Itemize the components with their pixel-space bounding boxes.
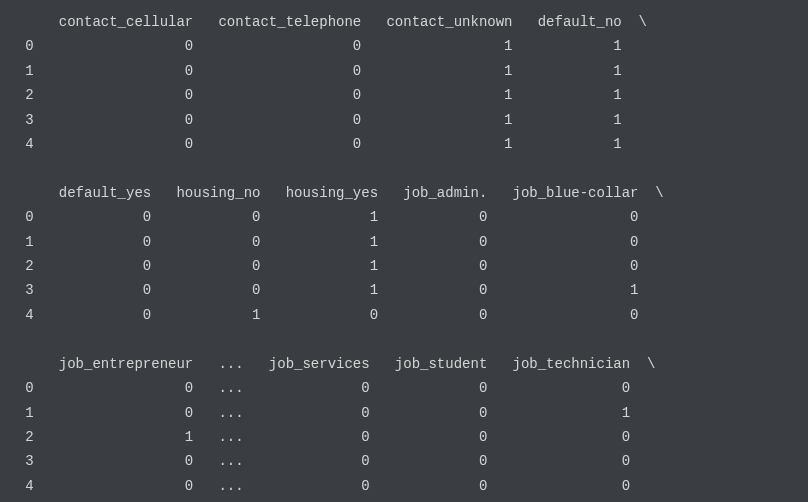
dataframe-output: contact_cellular contact_telephone conta…: [0, 0, 808, 498]
